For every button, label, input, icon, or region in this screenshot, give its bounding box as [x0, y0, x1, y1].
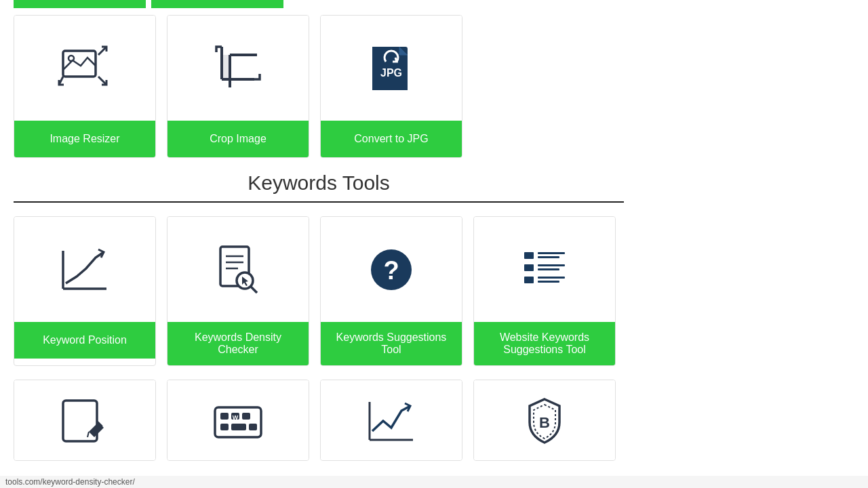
svg-rect-40 [231, 424, 246, 430]
image-resizer-icon-area [14, 16, 155, 121]
image-tools-grid: Image Resizer Crop Image [14, 15, 854, 158]
section-divider [14, 201, 624, 203]
tool-card-keyword-position[interactable]: Keyword Position [14, 216, 156, 366]
crop-image-icon-area [167, 16, 309, 121]
keywords-section: Keywords Tools [14, 171, 624, 203]
convert-jpg-icon: JPG [364, 41, 418, 96]
svg-rect-35 [220, 413, 229, 420]
svg-rect-22 [524, 252, 534, 259]
svg-rect-23 [538, 252, 565, 254]
tool-card-crop-image[interactable]: Crop Image [167, 15, 309, 158]
keywords-density-label: Keywords Density Checker [167, 322, 309, 365]
svg-text:?: ? [383, 256, 399, 285]
svg-rect-0 [63, 51, 96, 77]
tool-card-keywords-suggestions[interactable]: ? Keywords Suggestions Tool [320, 216, 462, 366]
status-url: tools.com/keyword-density-checker/ [5, 477, 135, 487]
tool-card-content-editor[interactable] [14, 380, 156, 461]
keyword-w-icon-area: W [167, 380, 309, 461]
keywords-section-title: Keywords Tools [14, 171, 624, 201]
keyword-w-icon: W [211, 394, 265, 448]
keywords-tools-grid: Keyword Position Keywords [14, 216, 854, 366]
tool-card-website-keywords[interactable]: Website Keywords Suggestions Tool [473, 216, 616, 366]
website-keywords-icon [517, 243, 572, 297]
svg-text:W: W [233, 414, 239, 421]
keyword-position-icon-area [14, 217, 155, 322]
svg-rect-27 [538, 268, 559, 270]
svg-text:B: B [539, 414, 550, 431]
svg-rect-25 [524, 264, 534, 271]
svg-rect-30 [538, 281, 559, 283]
status-bar: tools.com/keyword-density-checker/ [0, 476, 868, 488]
svg-rect-26 [538, 264, 565, 266]
svg-rect-29 [538, 277, 565, 279]
tool-card-convert-jpg[interactable]: JPG Convert to JPG [320, 15, 462, 158]
crop-image-icon [211, 41, 265, 96]
tool-card-keyword-rank[interactable] [320, 380, 462, 461]
keywords-suggestions-icon: ? [364, 243, 418, 297]
tool-card-keyword-w[interactable]: W [167, 380, 309, 461]
bottom-tools-grid: W [14, 380, 854, 461]
keyword-rank-icon-area [321, 380, 462, 461]
keyword-position-icon [58, 243, 112, 297]
svg-line-33 [87, 432, 89, 437]
keywords-density-icon-area [167, 217, 309, 322]
keywords-suggestions-label: Keywords Suggestions Tool [321, 322, 462, 365]
svg-rect-28 [524, 277, 534, 283]
keywords-density-icon [211, 243, 265, 297]
keywords-suggestions-icon-area: ? [321, 217, 462, 322]
svg-rect-9 [222, 55, 230, 79]
tool-card-keyword-comp[interactable]: B [473, 380, 616, 461]
website-keywords-icon-area [474, 217, 615, 322]
svg-text:JPG: JPG [380, 67, 402, 79]
svg-line-2 [98, 47, 106, 55]
svg-rect-41 [249, 424, 257, 430]
tool-card-image-resizer[interactable]: Image Resizer [14, 15, 156, 158]
top-bar-green-1 [14, 0, 146, 8]
convert-jpg-label: Convert to JPG [321, 121, 462, 157]
keyword-rank-icon [364, 394, 418, 448]
keyword-comp-icon: B [517, 394, 572, 448]
svg-rect-24 [538, 256, 559, 258]
svg-line-19 [251, 287, 257, 293]
tool-card-keywords-density[interactable]: Keywords Density Checker [167, 216, 309, 366]
image-resizer-label: Image Resizer [14, 121, 155, 157]
content-editor-icon [58, 394, 112, 448]
svg-rect-39 [220, 424, 229, 430]
svg-rect-34 [215, 407, 261, 437]
svg-line-3 [98, 77, 106, 85]
content-editor-icon-area [14, 380, 155, 461]
top-bar-green-2 [151, 0, 283, 8]
website-keywords-label: Website Keywords Suggestions Tool [474, 322, 615, 365]
image-resizer-icon [58, 41, 112, 96]
keyword-comp-icon-area: B [474, 380, 615, 461]
convert-jpg-icon-area: JPG [321, 16, 462, 121]
svg-rect-37 [242, 413, 250, 420]
crop-image-label: Crop Image [167, 121, 309, 157]
keyword-position-label: Keyword Position [14, 322, 155, 359]
svg-rect-31 [63, 401, 97, 441]
